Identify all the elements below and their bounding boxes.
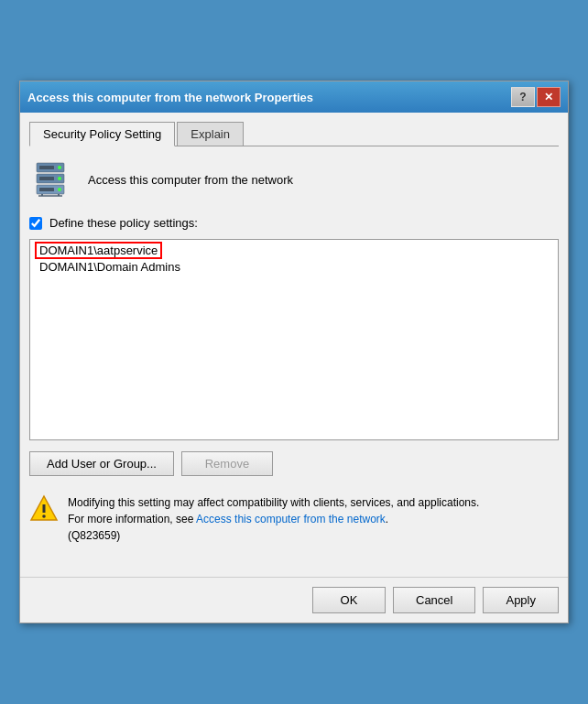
warning-link[interactable]: Access this computer from the network [196, 513, 386, 525]
cancel-button[interactable]: Cancel [393, 587, 475, 613]
server-icon [33, 161, 77, 198]
svg-rect-13 [43, 504, 46, 513]
close-button[interactable]: ✕ [537, 87, 561, 107]
svg-point-4 [58, 177, 61, 180]
title-bar-buttons: ? ✕ [511, 87, 561, 107]
help-button[interactable]: ? [511, 87, 535, 107]
warning-text: Modifying this setting may affect compat… [68, 494, 479, 544]
svg-rect-7 [39, 177, 54, 180]
svg-point-14 [42, 514, 46, 518]
dialog-content: Security Policy Setting Explain [20, 113, 568, 577]
tab-security-policy[interactable]: Security Policy Setting [29, 122, 175, 146]
list-item-wrapper-1: DOMAIN1\aatpservice [32, 242, 556, 259]
svg-rect-6 [39, 166, 54, 169]
policy-header: Access this computer from the network [29, 157, 559, 201]
svg-rect-8 [39, 188, 54, 191]
warning-text-line1: Modifying this setting may affect compat… [68, 496, 479, 509]
svg-point-3 [58, 166, 61, 169]
define-policy-checkbox[interactable] [29, 217, 42, 230]
tab-bar: Security Policy Setting Explain [29, 122, 559, 146]
define-policy-row: Define these policy settings: [29, 216, 559, 230]
warning-kb-ref: (Q823659) [68, 529, 120, 542]
warning-period: . [386, 513, 388, 525]
warning-text-prefix: For more information, see [68, 513, 196, 525]
svg-point-5 [58, 188, 61, 191]
action-buttons-row: Add User or Group... Remove [29, 451, 559, 476]
properties-dialog: Access this computer from the network Pr… [19, 81, 569, 623]
define-policy-label: Define these policy settings: [49, 216, 198, 230]
apply-button[interactable]: Apply [483, 587, 559, 613]
policy-list-box[interactable]: DOMAIN1\aatpservice DOMAIN1\Domain Admin… [29, 239, 559, 440]
warning-icon [29, 494, 59, 524]
list-item-2[interactable]: DOMAIN1\Domain Admins [36, 259, 184, 275]
add-user-button[interactable]: Add User or Group... [29, 451, 174, 476]
list-item-wrapper-2: DOMAIN1\Domain Admins [32, 259, 556, 275]
window-title: Access this computer from the network Pr… [27, 91, 511, 104]
policy-title: Access this computer from the network [88, 173, 293, 187]
ok-button[interactable]: OK [312, 587, 386, 613]
warning-box: Modifying this setting may affect compat… [29, 489, 559, 549]
tab-explain[interactable]: Explain [177, 122, 244, 146]
remove-button[interactable]: Remove [181, 451, 273, 476]
dialog-footer: OK Cancel Apply [20, 577, 568, 623]
title-bar: Access this computer from the network Pr… [20, 81, 568, 113]
list-item-1[interactable]: DOMAIN1\aatpservice [36, 243, 161, 258]
